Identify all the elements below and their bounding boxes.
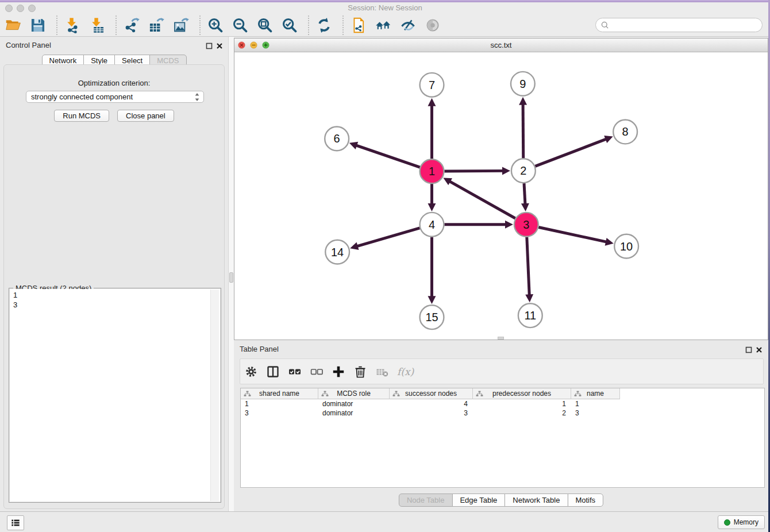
table-cell[interactable]: dominator [318, 399, 390, 408]
column-header-MCDS-role[interactable]: MCDS role [318, 388, 390, 399]
toolbar-separator [116, 16, 117, 35]
fullscreen-window-button[interactable] [28, 5, 36, 12]
tab-network-table[interactable]: Network Table [505, 494, 568, 507]
column-header-shared-name[interactable]: shared name [241, 388, 318, 399]
network-canvas[interactable]: 1234678910111415 [234, 52, 768, 340]
edge-1-2[interactable] [444, 167, 510, 175]
column-header-name[interactable]: name [571, 388, 620, 399]
edge-4-3[interactable] [444, 221, 513, 229]
first-neighbors-icon[interactable] [375, 17, 391, 33]
edge-4-15[interactable] [428, 237, 436, 304]
graph-node-3[interactable]: 3 [514, 213, 538, 237]
export-table-icon[interactable] [148, 17, 164, 33]
search-box[interactable] [595, 18, 763, 32]
graph-node-1[interactable]: 1 [420, 159, 444, 183]
table-cell[interactable]: 2 [473, 408, 571, 418]
float-panel-icon[interactable] [206, 43, 213, 49]
edge-3-10[interactable] [538, 227, 614, 245]
scrollbar-thumb[interactable] [229, 272, 233, 283]
table-options-icon[interactable] [244, 365, 258, 379]
close-panel-button[interactable]: Close panel [117, 110, 174, 122]
control-panel-scrollbar[interactable] [228, 37, 234, 511]
zoom-out-icon[interactable] [232, 17, 248, 33]
tab-motifs[interactable]: Motifs [567, 494, 603, 507]
frame-close-icon[interactable] [238, 41, 245, 49]
float-table-panel-icon[interactable] [745, 346, 752, 353]
graph-node-9[interactable]: 9 [511, 72, 535, 96]
zoom-in-icon[interactable] [207, 17, 224, 33]
close-panel-icon[interactable] [216, 43, 223, 49]
run-mcds-button[interactable]: Run MCDS [54, 110, 109, 122]
graph-node-4[interactable]: 4 [420, 213, 444, 237]
edge-2-9[interactable] [519, 97, 527, 159]
new-network-from-selection-icon[interactable] [351, 17, 367, 33]
table-cell[interactable]: 3 [571, 408, 620, 418]
table-row[interactable]: 3dominator323 [241, 408, 764, 418]
edge-1-4[interactable] [428, 184, 436, 211]
network-view[interactable]: 1234678910111415 [234, 52, 768, 340]
tab-edge-table[interactable]: Edge Table [452, 494, 505, 507]
criterion-select[interactable]: strongly connected component [26, 91, 204, 103]
select-all-rows-icon[interactable] [288, 365, 302, 379]
zoom-fit-icon[interactable] [257, 17, 273, 33]
import-network-icon[interactable] [64, 17, 80, 33]
table-cell[interactable]: 1 [571, 399, 620, 408]
table-toolbar: f(x) [240, 358, 764, 384]
toolbar-separator [342, 16, 344, 35]
close-table-panel-icon[interactable] [756, 346, 763, 353]
select-stepper-icon [194, 92, 200, 102]
node-label: 14 [331, 246, 344, 259]
toggle-columns-icon[interactable] [266, 365, 280, 379]
column-header-predecessor-nodes[interactable]: predecessor nodes [473, 388, 571, 399]
edge-2-8[interactable] [535, 136, 613, 166]
table-cell[interactable]: 1 [473, 399, 571, 408]
delete-columns-icon[interactable] [353, 365, 367, 379]
deselect-all-rows-icon[interactable] [310, 365, 324, 379]
table-cell[interactable]: dominator [318, 408, 390, 418]
edge-3-1[interactable] [443, 178, 515, 218]
frame-maximize-icon[interactable] [262, 41, 270, 49]
open-session-icon[interactable] [5, 17, 21, 33]
graph-node-2[interactable]: 2 [511, 159, 536, 183]
close-window-button[interactable] [5, 5, 13, 12]
node-label: 2 [520, 164, 526, 177]
hide-selected-icon[interactable] [400, 17, 416, 33]
minimize-window-button[interactable] [17, 5, 24, 12]
graph-node-15[interactable]: 15 [420, 305, 444, 329]
window-title: Session: New Session [0, 2, 770, 14]
resize-grip[interactable] [498, 337, 504, 340]
save-session-icon[interactable] [30, 17, 46, 33]
mcds-result-textarea[interactable]: 1 3 [10, 289, 220, 502]
edge-3-11[interactable] [525, 237, 533, 303]
import-table-icon[interactable] [89, 17, 105, 33]
task-history-button[interactable] [7, 515, 24, 530]
search-input[interactable] [610, 21, 762, 29]
frame-minimize-icon[interactable] [250, 41, 257, 49]
table-row[interactable]: 1dominator411 [241, 399, 764, 408]
graph-node-14[interactable]: 14 [325, 240, 349, 264]
result-scrollbar[interactable] [210, 290, 219, 501]
edge-1-7[interactable] [428, 98, 436, 159]
table-cell[interactable]: 1 [241, 399, 318, 408]
edge-4-14[interactable] [350, 228, 419, 250]
mcds-result-lines: 1 3 [10, 289, 220, 311]
table-cell[interactable]: 4 [390, 399, 473, 408]
export-image-icon[interactable] [173, 17, 189, 33]
memory-button[interactable]: Memory [718, 515, 765, 529]
zoom-selected-icon[interactable] [282, 17, 298, 33]
tab-node-table[interactable]: Node Table [399, 494, 453, 507]
graph-node-7[interactable]: 7 [420, 73, 444, 97]
table-cell[interactable]: 3 [241, 408, 318, 418]
node-label: 7 [429, 79, 435, 91]
column-header-successor-nodes[interactable]: successor nodes [390, 388, 473, 399]
graph-node-8[interactable]: 8 [613, 120, 637, 144]
new-column-icon[interactable] [332, 365, 345, 379]
graph-node-6[interactable]: 6 [325, 126, 349, 151]
edge-2-3[interactable] [521, 183, 529, 211]
table-cell[interactable]: 3 [390, 408, 473, 418]
apply-layout-icon[interactable] [316, 17, 332, 33]
graph-node-10[interactable]: 10 [614, 234, 638, 259]
graph-node-11[interactable]: 11 [518, 303, 542, 327]
edge-1-6[interactable] [349, 142, 420, 167]
export-network-icon[interactable] [124, 17, 140, 33]
